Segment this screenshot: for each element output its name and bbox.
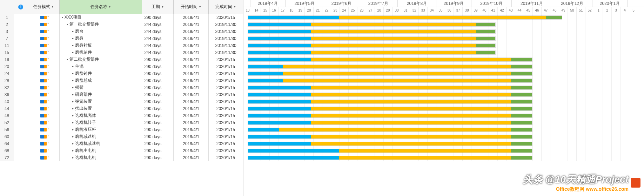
row-end[interactable]: 2020/1/15 xyxy=(209,77,243,84)
toggle-icon[interactable]: ▸ xyxy=(72,79,74,82)
row-end[interactable]: 2020/1/15 xyxy=(209,133,243,140)
row-end[interactable]: 2020/1/15 xyxy=(209,63,243,70)
gantt-chart-pane[interactable]: 2019年4月2019年5月2019年6月2019年7月2019年8月2019年… xyxy=(243,0,644,196)
toggle-icon[interactable]: ▸ xyxy=(72,149,74,152)
row-task-name[interactable]: ▸磨盘铸件 xyxy=(60,70,142,77)
header-start[interactable]: 开始时间 ▼ xyxy=(174,0,209,14)
row-number[interactable]: 32 xyxy=(0,84,14,91)
row-duration[interactable]: 290 days xyxy=(142,63,174,70)
table-row[interactable]: 68▸磨机主电机290 days2019/4/12020/1/15 xyxy=(0,147,243,154)
row-number[interactable]: 2 xyxy=(0,21,14,28)
row-number[interactable]: 7 xyxy=(0,35,14,42)
table-row[interactable]: 52▸选粉机转子290 days2019/4/12020/1/15 xyxy=(0,119,243,126)
row-task-name[interactable]: ▸弹簧装置 xyxy=(60,98,142,105)
gantt-bar[interactable] xyxy=(248,43,496,48)
row-duration[interactable]: 244 days xyxy=(142,42,174,49)
gantt-bar[interactable] xyxy=(248,93,532,97)
gantt-bar[interactable] xyxy=(248,128,532,132)
row-duration[interactable]: 244 days xyxy=(142,49,174,56)
row-number[interactable]: 40 xyxy=(0,98,14,105)
row-end[interactable]: 2019/11/30 xyxy=(209,42,243,49)
row-end[interactable]: 2020/1/15 xyxy=(209,70,243,77)
row-end[interactable]: 2020/1/15 xyxy=(209,126,243,133)
row-task-name[interactable]: ▾XXX项目 xyxy=(60,14,142,21)
row-number[interactable]: 36 xyxy=(0,91,14,98)
row-duration[interactable]: 290 days xyxy=(142,77,174,84)
row-task-name[interactable]: ▸磨机减速机 xyxy=(60,133,142,140)
row-duration[interactable]: 290 days xyxy=(142,70,174,77)
toggle-icon[interactable]: ▸ xyxy=(72,65,74,68)
row-end[interactable]: 2020/1/15 xyxy=(209,98,243,105)
header-end[interactable]: 完成时间 ▼ xyxy=(209,0,243,14)
table-row[interactable]: 24▸磨盘铸件290 days2019/4/12020/1/15 xyxy=(0,70,243,77)
row-mode[interactable] xyxy=(28,14,60,21)
toggle-icon[interactable]: ▸ xyxy=(72,100,74,103)
gantt-bar[interactable] xyxy=(248,86,532,90)
table-row[interactable]: 36▸研磨部件290 days2019/4/12020/1/15 xyxy=(0,91,243,98)
row-task-name[interactable]: ▸磨身 xyxy=(60,35,142,42)
row-mode[interactable] xyxy=(28,63,60,70)
toggle-icon[interactable]: ▸ xyxy=(72,86,74,89)
row-start[interactable]: 2019/4/1 xyxy=(174,70,209,77)
row-number[interactable]: 48 xyxy=(0,112,14,119)
row-task-name[interactable]: ▸摆出装置 xyxy=(60,105,142,112)
gantt-bar[interactable] xyxy=(248,107,532,111)
toggle-icon[interactable]: ▸ xyxy=(72,142,74,145)
table-row[interactable]: 44▸摆出装置290 days2019/4/12020/1/15 xyxy=(0,105,243,112)
table-row[interactable]: 19▾第二批交货部件290 days2019/4/12020/1/15 xyxy=(0,56,243,63)
row-number[interactable]: 20 xyxy=(0,63,14,70)
row-duration[interactable]: 290 days xyxy=(142,112,174,119)
row-mode[interactable] xyxy=(28,21,60,28)
gantt-bar[interactable] xyxy=(248,22,496,27)
row-number[interactable]: 19 xyxy=(0,56,14,63)
row-duration[interactable]: 244 days xyxy=(142,21,174,28)
row-task-name[interactable]: ▸磨机主电机 xyxy=(60,147,142,154)
row-start[interactable]: 2019/4/1 xyxy=(174,84,209,91)
row-start[interactable]: 2019/4/1 xyxy=(174,105,209,112)
gantt-bar[interactable] xyxy=(248,156,532,160)
row-mode[interactable] xyxy=(28,105,60,112)
row-end[interactable]: 2019/11/30 xyxy=(209,21,243,28)
gantt-bar[interactable] xyxy=(248,142,532,146)
row-duration[interactable]: 290 days xyxy=(142,154,174,161)
toggle-icon[interactable]: ▸ xyxy=(72,107,74,110)
row-mode[interactable] xyxy=(28,42,60,49)
row-number[interactable]: 44 xyxy=(0,105,14,112)
header-task-name[interactable]: 任务名称 ▼ xyxy=(60,0,142,14)
row-number[interactable]: 11 xyxy=(0,42,14,49)
gantt-bar[interactable] xyxy=(248,121,532,125)
toggle-icon[interactable]: ▾ xyxy=(62,16,63,19)
row-start[interactable]: 2019/4/1 xyxy=(174,119,209,126)
header-duration[interactable]: 工期 ▼ xyxy=(142,0,174,14)
row-end[interactable]: 2019/11/30 xyxy=(209,49,243,56)
toggle-icon[interactable]: ▸ xyxy=(72,30,74,33)
row-number[interactable]: 15 xyxy=(0,49,14,56)
table-row[interactable]: 11▸磨身衬板244 days2019/4/12019/11/30 xyxy=(0,42,243,49)
row-task-name[interactable]: ▸磨台 xyxy=(60,28,142,35)
table-row[interactable]: 32▸摇臂290 days2019/4/12020/1/15 xyxy=(0,84,243,91)
gantt-bar[interactable] xyxy=(248,100,532,104)
row-mode[interactable] xyxy=(28,98,60,105)
row-start[interactable]: 2019/4/1 xyxy=(174,56,209,63)
row-number[interactable]: 68 xyxy=(0,147,14,154)
row-start[interactable]: 2019/4/1 xyxy=(174,98,209,105)
toggle-icon[interactable]: ▾ xyxy=(67,23,68,26)
table-row[interactable]: 60▸磨机减速机290 days2019/4/12020/1/15 xyxy=(0,133,243,140)
row-duration[interactable]: 244 days xyxy=(142,28,174,35)
row-task-name[interactable]: ▸磨机液压柜 xyxy=(60,126,142,133)
row-task-name[interactable]: ▾第二批交货部件 xyxy=(60,56,142,63)
row-end[interactable]: 2020/1/15 xyxy=(209,56,243,63)
row-mode[interactable] xyxy=(28,91,60,98)
row-end[interactable]: 2020/1/15 xyxy=(209,91,243,98)
row-task-name[interactable]: ▸磨盘总成 xyxy=(60,77,142,84)
row-end[interactable]: 2020/1/15 xyxy=(209,105,243,112)
table-row[interactable]: 7▸磨身244 days2019/4/12019/11/30 xyxy=(0,35,243,42)
row-start[interactable]: 2019/4/1 xyxy=(174,49,209,56)
row-end[interactable]: 2020/1/15 xyxy=(209,147,243,154)
row-number[interactable]: 1 xyxy=(0,14,14,21)
header-info[interactable]: i xyxy=(14,0,28,14)
table-row[interactable]: 28▸磨盘总成290 days2019/4/12020/1/15 xyxy=(0,77,243,84)
toggle-icon[interactable]: ▸ xyxy=(72,128,74,131)
row-number[interactable]: 72 xyxy=(0,154,14,161)
row-start[interactable]: 2019/4/1 xyxy=(174,28,209,35)
